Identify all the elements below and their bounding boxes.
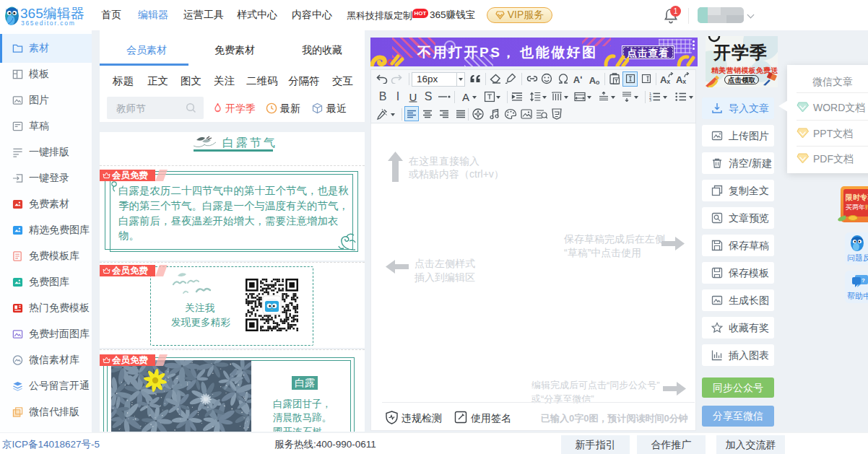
svg-text:3: 3 bbox=[649, 98, 651, 102]
svg-text:?: ? bbox=[862, 277, 865, 284]
